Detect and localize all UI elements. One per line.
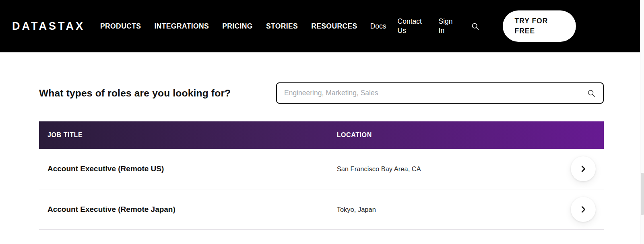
column-header-job-title: JOB TITLE: [47, 131, 337, 139]
secondary-nav: Docs Contact Us Sign In: [370, 17, 458, 35]
role-search-row: What types of roles are you looking for?: [39, 82, 604, 104]
job-open-button[interactable]: [571, 197, 596, 222]
nav-item-sign-in[interactable]: Sign In: [439, 17, 458, 35]
search-icon[interactable]: [471, 22, 479, 31]
job-title: Account Executive (Remote Japan): [47, 205, 337, 214]
search-icon[interactable]: [587, 89, 596, 98]
job-open-button[interactable]: [571, 156, 596, 181]
chevron-right-icon: [579, 164, 588, 173]
job-row[interactable]: Account Executive (Remote US) San Franci…: [39, 149, 604, 189]
job-location: San Francisco Bay Area, CA: [337, 165, 421, 173]
nav-item-products[interactable]: PRODUCTS: [100, 22, 141, 31]
site-header: DATASTAX PRODUCTS INTEGRATIONS PRICING S…: [0, 0, 644, 52]
jobs-table-header: JOB TITLE LOCATION: [39, 121, 604, 149]
roles-search-input[interactable]: [276, 82, 604, 104]
roles-search-box: [276, 82, 604, 104]
datastax-logo[interactable]: DATASTAX: [12, 20, 85, 33]
page-scrollbar[interactable]: [640, 0, 644, 244]
primary-nav: PRODUCTS INTEGRATIONS PRICING STORIES RE…: [100, 22, 357, 31]
nav-item-resources[interactable]: RESOURCES: [311, 22, 357, 31]
job-location: Tokyo, Japan: [337, 206, 376, 213]
column-header-location: LOCATION: [337, 131, 372, 139]
scrollbar-thumb[interactable]: [641, 173, 644, 215]
job-title: Account Executive (Remote US): [47, 164, 337, 173]
nav-item-stories[interactable]: STORIES: [266, 22, 298, 31]
chevron-right-icon: [579, 205, 588, 214]
jobs-table: JOB TITLE LOCATION Account Executive (Re…: [39, 121, 604, 230]
nav-item-pricing[interactable]: PRICING: [222, 22, 253, 31]
nav-item-docs[interactable]: Docs: [370, 22, 386, 31]
nav-item-contact-us[interactable]: Contact Us: [398, 17, 427, 35]
job-row[interactable]: Account Executive (Remote Japan) Tokyo, …: [39, 189, 604, 230]
careers-search-section: What types of roles are you looking for?…: [0, 82, 644, 230]
nav-item-integrations[interactable]: INTEGRATIONS: [154, 22, 209, 31]
try-for-free-button[interactable]: TRY FOR FREE: [503, 10, 576, 42]
roles-question-heading: What types of roles are you looking for?: [39, 88, 231, 99]
